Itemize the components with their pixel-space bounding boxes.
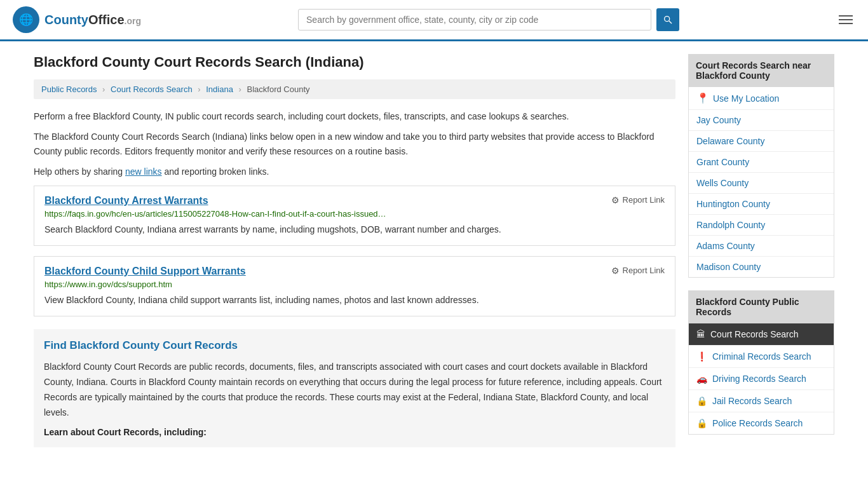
find-title: Find Blackford County Court Records [44, 339, 665, 352]
sidebar-record-police[interactable]: 🔒 Police Records Search [689, 412, 834, 434]
content-area: Blackford County Court Records Search (I… [34, 54, 675, 447]
sidebar-records-section: Blackford County Public Records 🏛 Court … [688, 290, 834, 435]
sidebar: Court Records Search near Blackford Coun… [688, 54, 834, 447]
wells-county-link[interactable]: Wells County [696, 178, 749, 188]
jay-county-link[interactable]: Jay County [696, 115, 741, 125]
court-icon: 🏛 [696, 329, 705, 339]
breadcrumb-current: Blackford County [247, 85, 310, 94]
sidebar-records-heading: Blackford County Public Records [688, 290, 834, 323]
logo-icon: 🌐 [13, 6, 39, 33]
result-title-1[interactable]: Blackford County Arrest Warrants [44, 195, 208, 207]
sidebar-item-location[interactable]: 📍 Use My Location [689, 87, 834, 110]
huntington-county-link[interactable]: Huntington County [696, 199, 770, 209]
sidebar-record-court[interactable]: 🏛 Court Records Search [689, 323, 834, 346]
page-title: Blackford County Court Records Search (I… [34, 54, 675, 71]
sidebar-item-wells[interactable]: Wells County [689, 173, 834, 194]
search-input[interactable] [298, 9, 651, 30]
report-icon-2: ⚙ [611, 266, 620, 276]
result-url-1[interactable]: https://faqs.in.gov/hc/en-us/articles/11… [44, 209, 665, 219]
new-links-link[interactable]: new links [125, 166, 162, 177]
menu-button[interactable] [836, 13, 855, 27]
find-text: Blackford County Court Records are publi… [44, 360, 665, 420]
result-card-2-header: Blackford County Child Support Warrants … [44, 266, 665, 280]
sidebar-item-huntington[interactable]: Huntington County [689, 194, 834, 215]
police-records-link[interactable]: 🔒 Police Records Search [689, 412, 834, 434]
svg-point-0 [665, 17, 670, 22]
logo-org: .org [125, 16, 141, 26]
sidebar-record-criminal[interactable]: ❗ Criminal Records Search [689, 346, 834, 368]
breadcrumb-sep3: › [239, 85, 241, 94]
driving-icon: 🚗 [696, 374, 707, 384]
search-button[interactable] [656, 8, 679, 31]
driving-records-link[interactable]: 🚗 Driving Records Search [689, 368, 834, 390]
sidebar-item-grant[interactable]: Grant County [689, 152, 834, 173]
report-icon-1: ⚙ [611, 195, 620, 205]
breadcrumb-sep2: › [198, 85, 200, 94]
sidebar-item-jay[interactable]: Jay County [689, 110, 834, 131]
search-area [298, 8, 679, 31]
svg-line-1 [669, 21, 672, 24]
menu-line [839, 19, 853, 20]
adams-county-link[interactable]: Adams County [696, 241, 755, 251]
menu-line [839, 15, 853, 17]
site-header: 🌐 CountyOffice.org [0, 0, 868, 41]
randolph-county-link[interactable]: Randolph County [696, 220, 765, 230]
logo-county: County [44, 13, 88, 27]
use-location-link[interactable]: Use My Location [713, 93, 779, 104]
intro-text-1: Perform a free Blackford County, IN publ… [34, 109, 675, 123]
grant-county-link[interactable]: Grant County [696, 157, 749, 167]
sidebar-nearby-list: 📍 Use My Location Jay County Delaware Co… [688, 87, 834, 278]
result-desc-1: Search Blackford County, Indiana arrest … [44, 222, 665, 236]
result-card-1-header: Blackford County Arrest Warrants ⚙ Repor… [44, 195, 665, 209]
learn-title: Learn about Court Records, including: [44, 427, 665, 437]
main-container: Blackford County Court Records Search (I… [21, 41, 847, 460]
result-url-2[interactable]: https://www.in.gov/dcs/support.htm [44, 280, 665, 289]
criminal-records-link[interactable]: ❗ Criminal Records Search [689, 346, 834, 367]
sidebar-nearby-heading: Court Records Search near Blackford Coun… [688, 54, 834, 87]
logo-office: Office [88, 13, 125, 27]
find-section: Find Blackford County Court Records Blac… [34, 329, 675, 447]
madison-county-link[interactable]: Madison County [696, 262, 761, 272]
sidebar-item-madison[interactable]: Madison County [689, 257, 834, 277]
jail-records-link[interactable]: 🔒 Jail Records Search [689, 390, 834, 412]
intro-text-2: The Blackford County Court Records Searc… [34, 130, 675, 158]
sidebar-record-jail[interactable]: 🔒 Jail Records Search [689, 390, 834, 412]
sidebar-nearby-section: Court Records Search near Blackford Coun… [688, 54, 834, 278]
report-link-1[interactable]: ⚙ Report Link [611, 195, 665, 205]
sidebar-item-adams[interactable]: Adams County [689, 236, 834, 257]
result-card-1: Blackford County Arrest Warrants ⚙ Repor… [34, 186, 675, 246]
sidebar-item-delaware[interactable]: Delaware County [689, 131, 834, 152]
search-icon [663, 15, 673, 25]
result-desc-2: View Blackford County, Indiana child sup… [44, 293, 665, 307]
criminal-icon: ❗ [696, 351, 707, 362]
logo-area: 🌐 CountyOffice.org [13, 6, 141, 33]
logo-text: CountyOffice.org [44, 13, 141, 27]
sidebar-record-driving[interactable]: 🚗 Driving Records Search [689, 368, 834, 390]
breadcrumb-sep: › [102, 85, 105, 94]
breadcrumb-indiana[interactable]: Indiana [206, 85, 233, 94]
court-records-link[interactable]: 🏛 Court Records Search [689, 323, 834, 345]
intro-text-3: Help others by sharing new links and rep… [34, 165, 675, 179]
sidebar-records-list: 🏛 Court Records Search ❗ Criminal Record… [688, 323, 834, 435]
breadcrumb: Public Records › Court Records Search › … [34, 79, 675, 99]
result-title-2[interactable]: Blackford County Child Support Warrants [44, 266, 246, 277]
menu-line [839, 23, 853, 24]
delaware-county-link[interactable]: Delaware County [696, 136, 764, 146]
sidebar-item-randolph[interactable]: Randolph County [689, 215, 834, 236]
result-card-2: Blackford County Child Support Warrants … [34, 256, 675, 316]
jail-icon: 🔒 [696, 396, 707, 406]
breadcrumb-public-records[interactable]: Public Records [41, 85, 97, 94]
breadcrumb-court-records[interactable]: Court Records Search [111, 85, 193, 94]
report-link-2[interactable]: ⚙ Report Link [611, 266, 665, 276]
location-icon: 📍 [696, 92, 709, 104]
police-icon: 🔒 [696, 418, 707, 428]
